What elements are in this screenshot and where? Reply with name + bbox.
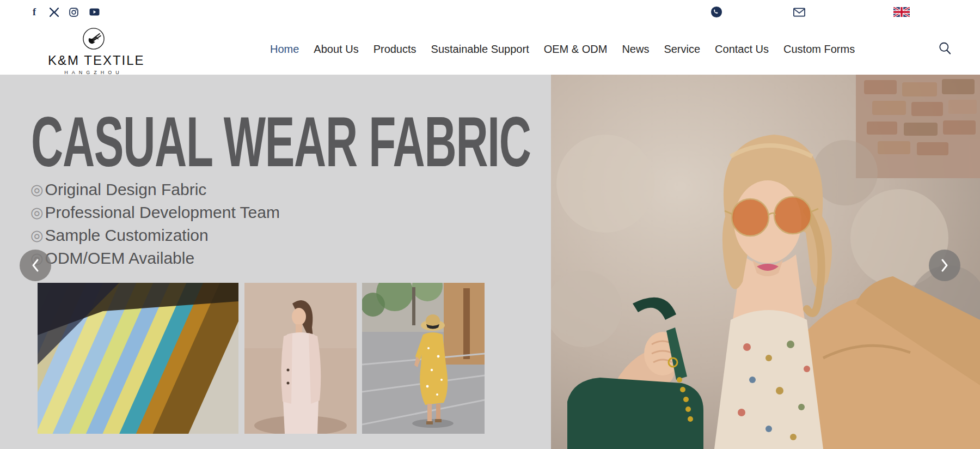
- nav-item-contact-us[interactable]: Contact Us: [715, 43, 769, 56]
- feature-item: ◎ ODM/OEM Available: [30, 247, 280, 270]
- nav-item-home[interactable]: Home: [270, 43, 299, 56]
- hero-carousel: CASUAL WEAR FABRIC ◎ Original Design Fab…: [0, 75, 980, 449]
- gallery-photo-pink-dress-model: [244, 283, 357, 434]
- x-twitter-icon[interactable]: [48, 6, 60, 18]
- gallery-photo-shirt-rack: [38, 283, 238, 434]
- feature-item: ◎ Sample Customization: [30, 224, 280, 247]
- email-icon[interactable]: [793, 6, 805, 18]
- uk-flag-glyph: [893, 7, 910, 17]
- x-twitter-glyph: [50, 8, 59, 17]
- nav-item-news[interactable]: News: [622, 43, 649, 56]
- feature-label: Professional Development Team: [45, 203, 280, 222]
- chevron-right-icon: [939, 257, 950, 274]
- magnifier-glyph: [938, 41, 953, 56]
- feature-label: Sample Customization: [45, 226, 209, 245]
- instagram-icon[interactable]: [68, 6, 79, 18]
- gallery-photo-yellow-dress-model: [362, 283, 485, 434]
- main-nav: Home About Us Products Sustainable Suppo…: [270, 24, 855, 75]
- nav-item-sustainable-support[interactable]: Sustainable Support: [431, 43, 529, 56]
- facebook-icon[interactable]: f: [28, 6, 40, 18]
- youtube-glyph: [89, 8, 100, 16]
- brand-name: K&M TEXTILE: [48, 53, 139, 68]
- header: K&M TEXTILE HANGZHOU Home About Us Produ…: [0, 24, 980, 75]
- whatsapp-icon[interactable]: [710, 6, 722, 18]
- nav-item-products[interactable]: Products: [373, 43, 416, 56]
- topbar: f: [0, 0, 980, 24]
- feature-label: ODM/OEM Available: [45, 249, 195, 268]
- youtube-icon[interactable]: [88, 6, 100, 18]
- email-glyph: [793, 8, 805, 17]
- whatsapp-glyph: [710, 5, 722, 19]
- fashion-model-photo: [551, 75, 980, 449]
- bullseye-bullet-icon: ◎: [30, 205, 44, 220]
- nav-item-oem-odm[interactable]: OEM & ODM: [544, 43, 608, 56]
- uk-flag-icon[interactable]: [893, 6, 910, 18]
- brand-logo[interactable]: K&M TEXTILE HANGZHOU: [48, 27, 139, 75]
- feature-item: ◎ Professional Development Team: [30, 201, 280, 224]
- hero-feature-list: ◎ Original Design Fabric ◎ Professional …: [30, 178, 280, 270]
- hero-slide-content: CASUAL WEAR FABRIC ◎ Original Design Fab…: [0, 75, 551, 449]
- chevron-left-icon: [30, 257, 41, 274]
- prev-slide-button[interactable]: [20, 250, 51, 281]
- feature-label: Original Design Fabric: [45, 180, 207, 199]
- next-slide-button[interactable]: [929, 250, 960, 281]
- search-icon[interactable]: [938, 41, 954, 57]
- bullseye-bullet-icon: ◎: [30, 228, 44, 243]
- hero-headline: CASUAL WEAR FABRIC: [31, 106, 531, 177]
- facebook-glyph: f: [33, 7, 36, 18]
- bullseye-bullet-icon: ◎: [30, 183, 44, 197]
- feature-item: ◎ Original Design Fabric: [30, 178, 280, 201]
- brand-emblem-icon: [82, 27, 105, 50]
- nav-item-custom-forms[interactable]: Custom Forms: [783, 43, 855, 56]
- nav-item-about-us[interactable]: About Us: [314, 43, 358, 56]
- page: f: [0, 0, 980, 449]
- instagram-glyph: [69, 8, 78, 17]
- nav-item-service[interactable]: Service: [664, 43, 700, 56]
